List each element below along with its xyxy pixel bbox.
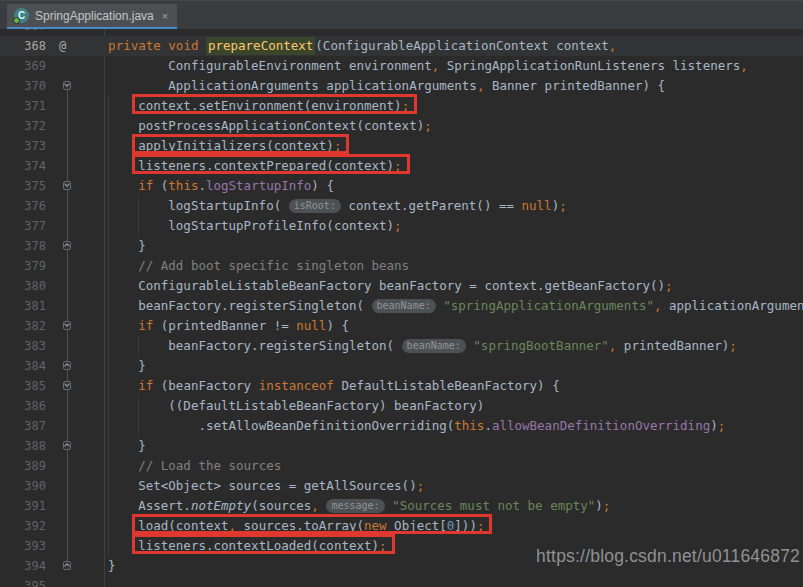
code-token: logStartupInfo( <box>168 198 288 213</box>
line-number[interactable]: 394 <box>0 556 46 576</box>
code-line[interactable]: 379 // Add boot specific singleton beans <box>0 256 803 276</box>
line-number[interactable]: 379 <box>0 256 46 276</box>
code-line[interactable]: 380 ConfigurableListableBeanFactory bean… <box>0 276 803 296</box>
code-text: ConfigurableEnvironment environment, Spr… <box>78 56 748 76</box>
code-line[interactable]: 368@ private void prepareContext(Configu… <box>0 36 803 56</box>
code-token: message: <box>326 499 384 513</box>
line-number[interactable]: 381 <box>0 296 46 316</box>
code-text: } <box>78 556 116 576</box>
code-line[interactable]: 373 applyInitializers(context); <box>0 136 803 156</box>
code-token: ; <box>424 118 432 133</box>
code-line[interactable]: 367 <box>0 29 803 36</box>
annotation-gutter-icon: @ <box>59 36 66 56</box>
code-text: .setAllowBeanDefinitionOverriding(this.a… <box>78 416 725 436</box>
line-number[interactable]: 380 <box>0 276 46 296</box>
code-line[interactable]: 370 ApplicationArguments applicationArgu… <box>0 76 803 96</box>
code-line[interactable]: 385 if (beanFactory instanceof DefaultLi… <box>0 376 803 396</box>
line-number[interactable]: 387 <box>0 416 46 436</box>
code-line[interactable]: 390 Set<Object> sources = getAllSources(… <box>0 476 803 496</box>
fold-up-icon[interactable] <box>63 361 71 370</box>
code-token: Banner printedBanner) { <box>484 78 665 93</box>
code-token <box>319 498 327 513</box>
code-text: // Add boot specific singleton beans <box>78 256 409 276</box>
code-line[interactable]: 378 } <box>0 236 803 256</box>
line-number[interactable]: 378 <box>0 236 46 256</box>
fold-up-icon[interactable] <box>63 561 71 570</box>
line-number[interactable]: 395 <box>0 576 46 587</box>
line-number[interactable]: 393 <box>0 536 46 556</box>
line-number[interactable]: 377 <box>0 216 46 236</box>
code-line[interactable]: 382 if (printedBanner != null) { <box>0 316 803 336</box>
code-token: ) <box>710 418 718 433</box>
line-number[interactable]: 386 <box>0 396 46 416</box>
fold-down-icon[interactable] <box>63 321 71 330</box>
code-line[interactable]: 384 } <box>0 356 803 376</box>
code-token: . <box>198 178 206 193</box>
fold-up-icon[interactable] <box>63 441 71 450</box>
code-text: ApplicationArguments applicationArgument… <box>78 76 665 96</box>
code-line[interactable]: 381 beanFactory.registerSingleton( beanN… <box>0 296 803 316</box>
code-token: void <box>168 38 198 53</box>
line-number[interactable]: 367 <box>0 29 46 36</box>
fold-down-icon[interactable] <box>63 381 71 390</box>
code-token: ; <box>559 198 567 213</box>
code-line[interactable]: 375 if (this.logStartupInfo) { <box>0 176 803 196</box>
line-number[interactable]: 375 <box>0 176 46 196</box>
line-number[interactable]: 371 <box>0 96 46 116</box>
code-token: } <box>108 558 116 573</box>
code-editor[interactable]: 367368@ private void prepareContext(Conf… <box>0 29 803 587</box>
code-token: null <box>296 318 326 333</box>
line-number[interactable]: 389 <box>0 456 46 476</box>
code-line[interactable]: 374 listeners.contextPrepared(context); <box>0 156 803 176</box>
code-text: listeners.contextPrepared(context); <box>78 156 402 176</box>
code-token: ConfigurableListableBeanFactory beanFact… <box>138 278 665 293</box>
line-number[interactable]: 369 <box>0 56 46 76</box>
line-number[interactable]: 388 <box>0 436 46 456</box>
code-line[interactable]: 376 logStartupInfo( isRoot: context.getP… <box>0 196 803 216</box>
fold-up-icon[interactable] <box>63 241 71 250</box>
editor-tab[interactable]: C SpringApplication.java × <box>7 4 177 27</box>
code-token: ; <box>477 518 485 533</box>
code-token: ; <box>334 138 342 153</box>
code-token: "springApplicationArguments" <box>443 298 654 313</box>
code-text: } <box>78 236 146 256</box>
fold-down-icon[interactable] <box>63 181 71 190</box>
code-line[interactable]: 389 // Load the sources <box>0 456 803 476</box>
code-token: ) { <box>311 178 334 193</box>
line-number[interactable]: 390 <box>0 476 46 496</box>
code-line[interactable]: 387 .setAllowBeanDefinitionOverriding(th… <box>0 416 803 436</box>
code-line[interactable]: 388 } <box>0 436 803 456</box>
code-line[interactable]: 372 postProcessApplicationContext(contex… <box>0 116 803 136</box>
code-token: null <box>522 198 552 213</box>
fold-down-icon[interactable] <box>63 81 71 90</box>
line-number[interactable]: 382 <box>0 316 46 336</box>
code-line[interactable]: 377 logStartupProfileInfo(context); <box>0 216 803 236</box>
code-line[interactable]: 392 load(context, sources.toArray(new Ob… <box>0 516 803 536</box>
code-text: if (this.logStartupInfo) { <box>78 176 334 196</box>
code-token: } <box>138 238 146 253</box>
annotation-box: context.setEnvironment(environment); <box>138 98 409 113</box>
code-token: ; <box>665 278 673 293</box>
line-number[interactable]: 383 <box>0 336 46 356</box>
code-token: new <box>364 518 387 533</box>
line-number[interactable]: 370 <box>0 76 46 96</box>
close-icon[interactable]: × <box>162 10 168 22</box>
line-number[interactable]: 384 <box>0 356 46 376</box>
code-line[interactable]: 371 context.setEnvironment(environment); <box>0 96 803 116</box>
line-number[interactable]: 385 <box>0 376 46 396</box>
code-token: ; <box>417 478 425 493</box>
code-text: if (beanFactory instanceof DefaultListab… <box>78 376 560 396</box>
line-number[interactable]: 374 <box>0 156 46 176</box>
line-number[interactable]: 391 <box>0 496 46 516</box>
line-number[interactable]: 392 <box>0 516 46 536</box>
code-line[interactable]: 395 <box>0 576 803 587</box>
code-line[interactable]: 386 ((DefaultListableBeanFactory) beanFa… <box>0 396 803 416</box>
line-number[interactable]: 376 <box>0 196 46 216</box>
code-line[interactable]: 391 Assert.notEmpty(sources, message: "S… <box>0 496 803 516</box>
code-line[interactable]: 383 beanFactory.registerSingleton( beanN… <box>0 336 803 356</box>
code-token: beanName: <box>402 339 466 353</box>
line-number[interactable]: 373 <box>0 136 46 156</box>
line-number[interactable]: 368 <box>0 36 46 56</box>
line-number[interactable]: 372 <box>0 116 46 136</box>
code-line[interactable]: 369 ConfigurableEnvironment environment,… <box>0 56 803 76</box>
